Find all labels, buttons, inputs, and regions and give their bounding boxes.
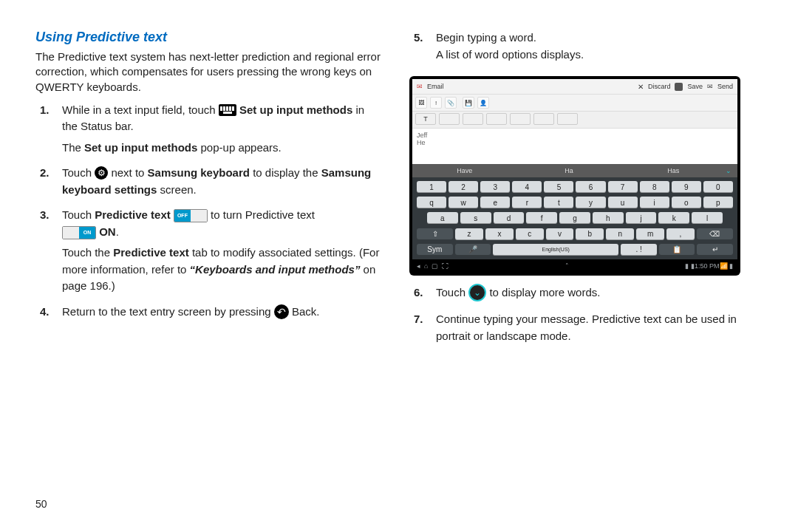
step-3-sub-a: Touch the	[62, 246, 113, 259]
step-4-text-b: Back.	[292, 305, 320, 318]
key-row-1: qwertyuiop	[417, 197, 733, 208]
toggle-on-icon: ON	[62, 226, 96, 239]
suggestion-3[interactable]: Has	[621, 167, 726, 174]
intro-paragraph: The Predictive text system has next-lett…	[35, 50, 383, 95]
keyboards-ref: “Keyboards and input methods”	[190, 263, 361, 276]
steps-list-left: While in a text input field, touch Set u…	[35, 102, 383, 330]
system-navbar: ◂ ⌂ ▢ ⛶ ˄ ▮ ▮ 1:50 PM 📶 ▮	[412, 259, 737, 273]
sym-key[interactable]: Sym	[417, 244, 453, 256]
status-time: 1:50 PM	[695, 262, 720, 270]
back-icon: ↶	[274, 304, 289, 319]
nav-back-icon[interactable]: ◂	[417, 262, 420, 270]
step-1-sub-a: The	[62, 141, 84, 154]
step-2-text-a: Touch	[62, 166, 95, 179]
nav-capture-icon[interactable]: ⛶	[442, 262, 449, 270]
step-2-text-b: next to	[111, 166, 147, 179]
step-1: While in a text input field, touch Set u…	[35, 102, 383, 157]
step-6-text-a: Touch	[436, 286, 468, 299]
disk-icon[interactable]: 💾	[463, 97, 474, 109]
status-icons: ▮ ▮	[685, 262, 695, 270]
suggestion-2[interactable]: Ha	[516, 167, 621, 174]
step-5-text-a: Begin typing a word.	[436, 31, 536, 44]
step-1-text-a: While in a text input field, touch	[62, 103, 219, 116]
page-number: 50	[35, 498, 383, 510]
key-row-2: asdfghjkl	[417, 212, 733, 224]
step-2-text-d: to display the	[250, 166, 321, 179]
predictive-text-tab-label: Predictive text	[113, 246, 189, 259]
format-toolbar: T	[412, 112, 737, 129]
attach-file-icon[interactable]: 📎	[445, 97, 457, 109]
typed-line-1: Jeff	[417, 132, 733, 139]
suggestion-1[interactable]: Have	[412, 167, 516, 174]
shift-key[interactable]: ⇧	[417, 228, 453, 240]
email-topbar: ✉ Email ✕Discard Save ✉Send	[412, 79, 737, 95]
step-2-text-f: screen.	[157, 183, 196, 196]
space-key[interactable]: English(US)	[493, 244, 618, 256]
onscreen-keyboard: 1234567890 qwertyuiop asdfghjkl ⇧ zxcvbn…	[412, 177, 737, 259]
save-button[interactable]: Save	[687, 83, 703, 90]
key-row-4: Sym 🎤 English(US) . ! 📋 ↵	[417, 244, 733, 256]
chevron-down-icon: ⌄	[468, 284, 486, 301]
set-up-input-methods-label: Set up input methods	[239, 103, 352, 116]
step-2: Touch next to Samsung keyboard to displa…	[35, 165, 383, 198]
steps-list-right: Begin typing a word. A list of word opti…	[409, 30, 763, 72]
predictive-text-label: Predictive text	[95, 208, 171, 221]
key-row-num: 1234567890	[417, 181, 733, 193]
discard-button[interactable]: Discard	[648, 83, 671, 90]
gear-icon	[95, 166, 108, 180]
save-icon	[675, 83, 683, 91]
nav-home-icon[interactable]: ⌂	[424, 262, 428, 270]
compose-area[interactable]: Jeff He	[412, 129, 737, 164]
toggle-off-icon: OFF	[174, 209, 208, 222]
contact-icon[interactable]: 👤	[477, 97, 489, 109]
enter-key[interactable]: ↵	[697, 244, 733, 256]
step-7: Continue typing your message. Predictive…	[409, 311, 763, 344]
typed-line-2: He	[417, 139, 733, 146]
clipboard-key[interactable]: 📋	[659, 244, 695, 256]
backspace-key[interactable]: ⌫	[697, 228, 733, 240]
priority-icon[interactable]: !	[430, 97, 442, 109]
more-suggestions-icon[interactable]: ⌄	[726, 167, 737, 174]
suggestion-bar: Have Ha Has ⌄	[412, 164, 737, 177]
text-format-button[interactable]: T	[415, 113, 436, 125]
nav-recent-icon[interactable]: ▢	[432, 262, 438, 270]
step-3-text-a: Touch	[62, 208, 95, 221]
samsung-keyboard-label: Samsung keyboard	[148, 166, 250, 179]
step-7-text: Continue typing your message. Predictive…	[436, 313, 737, 342]
attach-image-icon[interactable]: 🖼	[415, 97, 427, 109]
section-heading: Using Predictive text	[35, 30, 383, 45]
step-1-sub-b: Set up input methods	[84, 141, 197, 154]
send-button[interactable]: Send	[717, 83, 733, 90]
on-label: ON	[99, 225, 116, 238]
step-1-sub-c: pop-up appears.	[197, 141, 281, 154]
step-4: Return to the text entry screen by press…	[35, 304, 383, 321]
step-6-text-b: to display more words.	[489, 286, 600, 299]
step-3: Touch Predictive text OFF to turn Predic…	[35, 207, 383, 295]
mic-key[interactable]: 🎤	[455, 244, 491, 256]
step-6: Touch ⌄ to display more words.	[409, 284, 763, 302]
steps-list-right-2: Touch ⌄ to display more words. Continue …	[409, 284, 763, 353]
key-row-3: ⇧ zxcvbnm , ⌫	[417, 228, 733, 240]
app-name: Email	[427, 83, 444, 90]
step-4-text-a: Return to the text entry screen by press…	[62, 305, 274, 318]
tablet-screenshot: ✉ Email ✕Discard Save ✉Send 🖼 ! 📎 💾 👤 T	[409, 76, 740, 276]
step-5: Begin typing a word. A list of word opti…	[409, 30, 763, 63]
attach-toolbar: 🖼 ! 📎 💾 👤	[412, 95, 737, 112]
keyboard-icon	[219, 104, 236, 116]
step-5-text-b: A list of word options displays.	[436, 48, 584, 61]
nav-up-icon[interactable]: ˄	[565, 262, 569, 270]
step-3-text-c: to turn Predictive text	[211, 208, 315, 221]
